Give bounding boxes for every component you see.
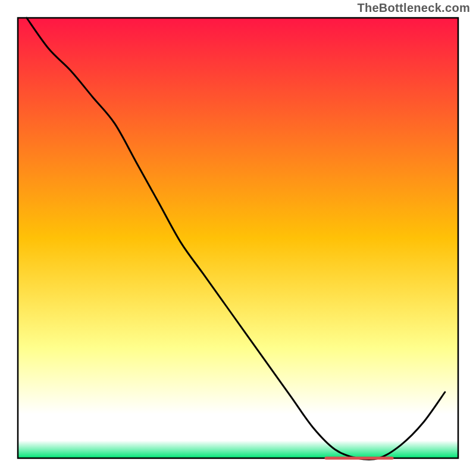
chart-container: { "watermark": "TheBottleneck.com", "col… [0, 0, 476, 476]
plot-area [18, 18, 458, 458]
watermark-label: TheBottleneck.com [357, 1, 470, 15]
bottleneck-chart [0, 0, 476, 476]
